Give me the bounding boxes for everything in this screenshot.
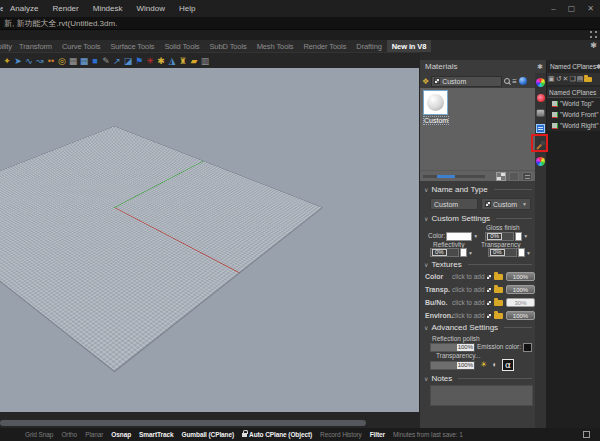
points-icon[interactable]: ••	[46, 55, 56, 67]
section-textures[interactable]: ∨Textures	[420, 259, 535, 269]
command-input[interactable]	[0, 30, 600, 40]
close-button[interactable]: ✕	[587, 4, 594, 13]
cube-icon[interactable]: ■	[90, 55, 100, 67]
transparency-swatch[interactable]	[518, 248, 525, 257]
texture-add-link[interactable]: click to add	[452, 299, 486, 306]
swatch-card-icon[interactable]	[536, 109, 545, 117]
menu-mindesk[interactable]: Mindesk	[86, 4, 130, 13]
paste-cplane-icon[interactable]: ▤	[577, 74, 584, 84]
section-notes[interactable]: ∨Notes	[420, 373, 535, 383]
texture-percent-button[interactable]: 100%	[506, 272, 535, 281]
grid-window-icon[interactable]: ▦	[79, 55, 89, 67]
snowflake-icon[interactable]: ✳	[145, 55, 155, 67]
texture-percent-button[interactable]: 100%	[506, 311, 535, 320]
import-cplane-icon[interactable]	[584, 77, 592, 82]
folder-tool-icon[interactable]: ▰	[189, 55, 199, 67]
material-name-field[interactable]: Custom	[430, 198, 478, 210]
cone-icon[interactable]: ◮	[167, 55, 177, 67]
status-auto-cplane-object-[interactable]: Auto CPlane (Object)	[238, 431, 316, 438]
menu-render[interactable]: Render	[45, 4, 85, 13]
alpha-channel-button[interactable]: α	[502, 359, 514, 371]
sphere-preview-icon[interactable]	[519, 77, 527, 85]
gloss-finish-field[interactable]: 0%	[485, 232, 514, 241]
thumbnail-size-slider[interactable]	[423, 175, 485, 178]
maximize-button[interactable]: ▢	[568, 4, 576, 13]
color-wheel-icon-2[interactable]	[536, 157, 545, 166]
section-custom-settings[interactable]: ∨Custom Settings	[420, 213, 535, 223]
viewport-hscroll[interactable]	[0, 412, 419, 428]
pen-icon[interactable]: ✎	[101, 55, 111, 67]
named-cplanes-gear-icon[interactable]: ✱	[596, 63, 600, 71]
material-type-dropdown[interactable]: Custom ▼	[481, 198, 531, 210]
status-osnap[interactable]: Osnap	[107, 431, 135, 438]
light-icon[interactable]: ☀	[480, 361, 487, 369]
arrow-icon[interactable]: ↗	[112, 55, 122, 67]
menu-analyze[interactable]: Analyze	[3, 4, 45, 13]
emission-color-swatch[interactable]	[523, 343, 532, 352]
minimize-button[interactable]: –	[551, 4, 555, 13]
delete-cplane-icon[interactable]: ✕	[563, 74, 569, 84]
texture-checker-icon[interactable]	[486, 274, 492, 280]
transparency-field[interactable]: 0%	[488, 248, 517, 257]
texture-folder-icon[interactable]	[494, 300, 503, 306]
medium-view-button[interactable]	[509, 172, 519, 181]
texture-checker-icon[interactable]	[486, 300, 492, 306]
material-list[interactable]: Custom	[420, 88, 535, 170]
status-smarttrack[interactable]: SmartTrack	[135, 431, 177, 438]
perspective-viewport[interactable]	[0, 68, 419, 412]
texture-add-link[interactable]: click to add	[452, 312, 486, 319]
tab-mesh-tools[interactable]: Mesh Tools	[252, 40, 299, 52]
texture-folder-icon[interactable]	[494, 313, 503, 319]
materials-gear-icon[interactable]: ✱	[537, 63, 543, 71]
pointer-icon[interactable]: ➤	[13, 55, 23, 67]
viewport-hscroll-thumb[interactable]	[0, 420, 366, 426]
section-name-and-type[interactable]: ∨Name and Type	[420, 184, 535, 194]
texture-folder-icon[interactable]	[494, 287, 503, 293]
command-options-icon[interactable]	[590, 31, 597, 38]
tab-drafting[interactable]: Drafting	[351, 40, 386, 52]
status-grid-snap[interactable]: Grid Snap	[21, 431, 57, 438]
lamp-icon[interactable]: ♜	[178, 55, 188, 67]
curve-icon[interactable]: ↝	[35, 55, 45, 67]
tab-subd-tools[interactable]: SubD Tools	[204, 40, 251, 52]
texture-add-link[interactable]: click to add	[452, 273, 486, 280]
status-planar[interactable]: Planar	[81, 431, 107, 438]
cplane-row[interactable]: "World Top"	[547, 98, 600, 109]
gloss-swatch[interactable]	[515, 232, 522, 241]
cplane-row[interactable]: "World Right"	[547, 120, 600, 131]
color-wheel-icon[interactable]	[536, 78, 545, 87]
copy-cplane-icon[interactable]: ❏	[569, 74, 575, 84]
color-swatch[interactable]	[446, 232, 472, 241]
texture-add-link[interactable]: click to add	[452, 286, 486, 293]
grid-view-button[interactable]	[496, 172, 506, 181]
statusbar-panel-icon[interactable]	[583, 431, 590, 438]
menu-help[interactable]: Help	[172, 4, 202, 13]
section-advanced-settings[interactable]: ∨Advanced Settings	[420, 322, 535, 332]
chart-icon[interactable]: ▥	[200, 55, 210, 67]
transparency-adv-slider[interactable]: 100%	[430, 361, 475, 370]
texture-folder-icon[interactable]	[494, 274, 503, 280]
search-icon[interactable]	[504, 78, 510, 84]
tab-render-tools[interactable]: Render Tools	[298, 40, 351, 52]
material-thumbnail[interactable]	[423, 90, 448, 115]
restore-cplane-icon[interactable]: ↺	[556, 74, 562, 84]
tab-surface-tools[interactable]: Surface Tools	[105, 40, 159, 52]
list-view-button[interactable]	[522, 172, 532, 181]
palette-icon[interactable]	[537, 94, 545, 102]
menu-window[interactable]: Window	[130, 4, 172, 13]
reflectivity-swatch[interactable]	[460, 248, 467, 257]
gear-tool-icon[interactable]: ✱	[156, 55, 166, 67]
texture-percent-button[interactable]: 30%	[506, 298, 535, 307]
reflection-polish-slider[interactable]: 100%	[430, 343, 475, 352]
circle-icon[interactable]: ◎	[57, 55, 67, 67]
material-search-input[interactable]: Custom	[431, 76, 502, 87]
surface-icon[interactable]: ◪	[123, 55, 133, 67]
flag-icon[interactable]: ⚑	[134, 55, 144, 67]
texture-checker-icon[interactable]	[486, 313, 492, 319]
tabbar-gear-icon[interactable]: ✱	[590, 42, 597, 50]
notes-textarea[interactable]	[430, 385, 533, 406]
tab-visibility[interactable]: Visibility	[0, 40, 14, 52]
polyline-icon[interactable]: ∿	[24, 55, 34, 67]
status-record-history[interactable]: Record History	[316, 431, 366, 438]
texture-percent-button[interactable]: 100%	[506, 285, 535, 294]
